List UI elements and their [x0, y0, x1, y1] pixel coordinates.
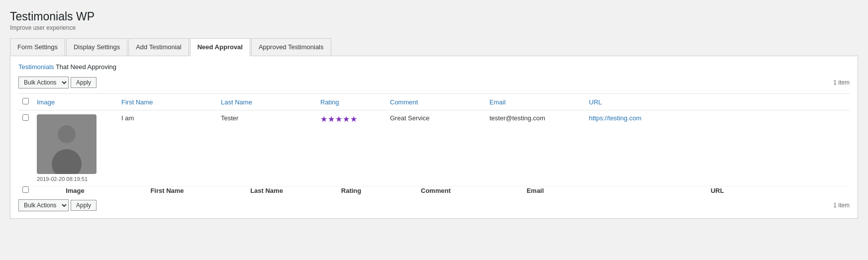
table-body: 2019-02-20 08:19:51 I am Tester ★★★★★ Gr…: [18, 110, 850, 186]
tab-display-settings[interactable]: Display Settings: [66, 38, 127, 56]
bulk-actions-select-bottom[interactable]: Bulk Actions: [18, 199, 69, 211]
content-area: Testimonials That Need Approving Bulk Ac…: [10, 56, 858, 219]
row-url: https://testing.com: [585, 110, 850, 186]
row-comment: Great Service: [386, 110, 485, 186]
header-email: Email: [485, 94, 585, 110]
image-cell-container: 2019-02-20 08:19:51: [37, 114, 113, 182]
apply-button-top[interactable]: Apply: [71, 77, 96, 88]
footer-email: Email: [485, 186, 585, 195]
header-checkbox-col: [18, 94, 33, 110]
footer-last-name: Last Name: [217, 186, 316, 195]
apply-button-bottom[interactable]: Apply: [71, 200, 96, 211]
footer-rating: Rating: [316, 186, 386, 195]
select-all-checkbox-top[interactable]: [22, 98, 29, 104]
footer-first-name: First Name: [117, 186, 217, 195]
row-rating: ★★★★★: [316, 110, 386, 186]
table-row: 2019-02-20 08:19:51 I am Tester ★★★★★ Gr…: [18, 110, 850, 186]
star-rating: ★★★★★: [320, 115, 358, 123]
table-footer: Image First Name Last Name Rating Commen…: [18, 186, 850, 195]
tab-add-testimonial[interactable]: Add Testimonial: [128, 38, 189, 56]
item-count-top: 1 item: [833, 79, 850, 86]
footer-comment: Comment: [386, 186, 485, 195]
avatar: [37, 114, 96, 174]
page-subtitle: Improve user experience: [10, 24, 858, 31]
bulk-actions-select-top[interactable]: Bulk Actions: [18, 77, 69, 88]
row-last-name: Tester: [217, 110, 316, 186]
header-image: Image: [33, 94, 117, 110]
avatar-head: [58, 125, 76, 143]
header-first-name: First Name: [117, 94, 217, 110]
toolbar-top-left: Bulk Actions Apply: [18, 77, 96, 88]
tab-approved-testimonials[interactable]: Approved Testimonials: [251, 38, 331, 56]
tabs-nav: Form Settings Display Settings Add Testi…: [10, 38, 858, 56]
image-date: 2019-02-20 08:19:51: [37, 176, 88, 182]
footer-checkbox-col: [18, 186, 33, 195]
row-checkbox[interactable]: [22, 114, 29, 121]
page-title: Testimonials WP: [10, 10, 858, 23]
select-all-checkbox-bottom[interactable]: [22, 186, 29, 193]
toolbar-bottom-left: Bulk Actions Apply: [18, 199, 96, 211]
header-comment: Comment: [386, 94, 485, 110]
avatar-body: [52, 149, 82, 174]
toolbar-top: Bulk Actions Apply 1 item: [18, 77, 850, 88]
footer-image: Image: [33, 186, 117, 195]
row-checkbox-cell: [18, 110, 33, 186]
header-rating: Rating: [316, 94, 386, 110]
section-title: Testimonials That Need Approving: [18, 63, 850, 71]
section-title-link[interactable]: Testimonials: [18, 63, 54, 71]
row-image-cell: 2019-02-20 08:19:51: [33, 110, 117, 186]
item-count-bottom: 1 item: [833, 202, 850, 209]
header-url: URL: [585, 94, 850, 110]
footer-url: URL: [585, 186, 850, 195]
row-email: tester@testing.com: [485, 110, 585, 186]
header-last-name: Last Name: [217, 94, 316, 110]
testimonials-table: Image First Name Last Name Rating Commen…: [18, 93, 850, 194]
tab-form-settings[interactable]: Form Settings: [10, 38, 65, 56]
toolbar-bottom: Bulk Actions Apply 1 item: [18, 199, 850, 211]
table-header-top: Image First Name Last Name Rating Commen…: [18, 94, 850, 110]
row-first-name: I am: [117, 110, 217, 186]
tab-need-approval[interactable]: Need Approval: [190, 38, 250, 56]
row-url-link[interactable]: https://testing.com: [589, 114, 642, 122]
